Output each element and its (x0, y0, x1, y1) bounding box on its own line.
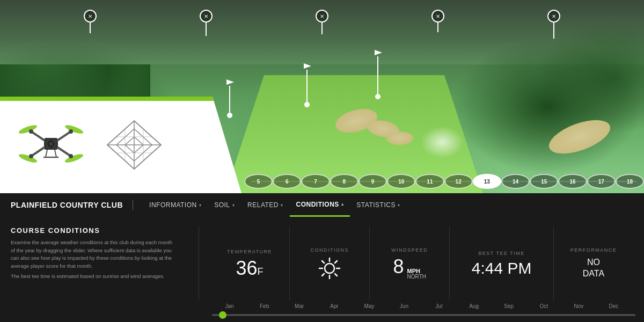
performance-label: PERFORMANCE (570, 247, 617, 253)
slider-thumb[interactable] (219, 311, 226, 319)
chevron-down-icon: ▾ (281, 203, 283, 208)
hole-number-10[interactable]: 10 (387, 174, 415, 189)
chevron-up-icon: ▴ (341, 202, 344, 207)
top-pin-markers (0, 10, 644, 39)
top-pin-4 (431, 10, 444, 39)
golf-panorama: 56789101112131415161718 (0, 0, 644, 193)
nav-statistics[interactable]: STATISTICS ▾ (350, 193, 406, 217)
svg-line-40 (322, 274, 324, 276)
course-conditions-title: COURSE CONDITIONS (11, 226, 174, 235)
svg-line-4 (31, 131, 44, 140)
svg-point-9 (29, 129, 33, 134)
tee-time-label: BEST TEE TIME (478, 251, 525, 256)
tee-time-value: 4:44 PM (472, 260, 532, 276)
hole-number-12[interactable]: 12 (444, 174, 473, 189)
hole-number-5[interactable]: 5 (244, 174, 273, 189)
map-grid-icon (102, 115, 166, 174)
top-pin-3 (316, 10, 328, 39)
bottom-panel: COURSE CONDITIONS Examine the average we… (0, 217, 644, 322)
hole-number-16[interactable]: 16 (558, 174, 587, 189)
hole-number-9[interactable]: 9 (358, 174, 387, 189)
month-label-sep: Sep (492, 303, 526, 309)
month-label-apr: Apr (317, 303, 352, 309)
stats-divider (199, 226, 199, 300)
nav-information[interactable]: INFORMATION ▾ (143, 193, 208, 217)
flag-pin-2 (303, 63, 311, 107)
overlay-panel (0, 97, 241, 193)
month-label-may: May (352, 303, 386, 309)
svg-line-6 (31, 148, 44, 156)
month-label-mar: Mar (282, 303, 317, 309)
course-conditions-note: The best tee time is estimated based on … (11, 273, 174, 281)
impact-dust (421, 126, 464, 158)
flag-pin-1 (225, 79, 234, 118)
windspeed-unit: MPH (407, 268, 420, 274)
nav-divider (133, 200, 133, 210)
nav-related[interactable]: RELATED ▾ (241, 193, 289, 217)
svg-point-11 (69, 129, 73, 134)
temperature-value: 36F (236, 259, 264, 278)
month-label-nov: Nov (561, 303, 596, 309)
month-label-jan: Jan (212, 303, 247, 309)
chevron-down-icon: ▾ (199, 203, 202, 208)
hole-timeline: 56789101112131415161718 (244, 174, 644, 189)
month-labels: JanFebMarAprMayJunJulAugSepOctNovDec (210, 303, 633, 309)
nav-soil[interactable]: SOIL ▾ (208, 193, 241, 217)
month-label-oct: Oct (526, 303, 561, 309)
top-pin-1 (84, 10, 97, 39)
hole-number-17[interactable]: 17 (587, 174, 616, 189)
svg-line-5 (58, 131, 71, 140)
svg-point-13 (29, 154, 33, 158)
hole-number-8[interactable]: 8 (330, 174, 358, 189)
svg-line-7 (58, 148, 71, 156)
svg-line-16 (46, 150, 47, 157)
hole-number-11[interactable]: 11 (415, 174, 444, 189)
month-label-aug: Aug (457, 303, 492, 309)
hole-number-13[interactable]: 13 (473, 174, 501, 189)
chevron-down-icon: ▾ (232, 203, 235, 208)
hole-number-6[interactable]: 6 (273, 174, 301, 189)
svg-point-15 (69, 154, 73, 158)
windspeed-stat: WINDSPEED 8 MPH NORTH (370, 226, 450, 300)
slider-track (212, 314, 635, 316)
flag-pin-3 (374, 50, 382, 99)
tee-time-stat: BEST TEE TIME 4:44 PM (450, 226, 554, 300)
svg-line-39 (335, 261, 337, 263)
windspeed-direction: NORTH (407, 274, 426, 280)
month-slider-section: JanFebMarAprMayJunJulAugSepOctNovDec (0, 300, 644, 322)
month-label-jun: Jun (386, 303, 421, 309)
top-pin-2 (200, 10, 213, 39)
sun-icon (318, 257, 341, 280)
svg-line-37 (322, 261, 324, 263)
month-label-jul: Jul (421, 303, 456, 309)
temperature-stat: TEMPERATURE 36F (210, 226, 290, 300)
performance-value: NO DATA (583, 257, 604, 280)
svg-point-3 (49, 142, 53, 146)
temperature-unit: F (258, 266, 264, 277)
conditions-stat: CONDITIONS (290, 226, 370, 300)
windspeed-label: WINDSPEED (391, 247, 428, 253)
hole-number-14[interactable]: 14 (501, 174, 530, 189)
course-conditions-section: COURSE CONDITIONS Examine the average we… (11, 226, 188, 300)
performance-stat: PERFORMANCE NO DATA (554, 226, 633, 300)
hole-numbers[interactable]: 56789101112131415161718 (244, 174, 644, 189)
chevron-down-icon: ▾ (398, 203, 400, 208)
course-conditions-description: Examine the average weather conditions a… (11, 239, 174, 270)
conditions-label: CONDITIONS (310, 247, 349, 253)
month-label-feb: Feb (247, 303, 282, 309)
top-pin-5 (547, 10, 560, 39)
month-slider-track[interactable] (210, 311, 633, 319)
windspeed-value: 8 MPH NORTH (393, 257, 426, 280)
svg-line-17 (55, 150, 56, 157)
navigation-bar: PLAINFIELD COUNTRY CLUB INFORMATION ▾ SO… (0, 193, 644, 217)
svg-line-38 (335, 274, 337, 276)
temperature-label: TEMPERATURE (227, 249, 272, 254)
hole-number-7[interactable]: 7 (301, 174, 330, 189)
hole-number-18[interactable]: 18 (616, 174, 644, 189)
bunker-3 (386, 131, 413, 145)
hole-number-15[interactable]: 15 (530, 174, 558, 189)
drone-icon (16, 113, 86, 177)
club-name: PLAINFIELD COUNTRY CLUB (11, 201, 123, 209)
nav-conditions[interactable]: CONDITIONS ▴ (290, 193, 350, 217)
svg-point-32 (325, 264, 334, 273)
